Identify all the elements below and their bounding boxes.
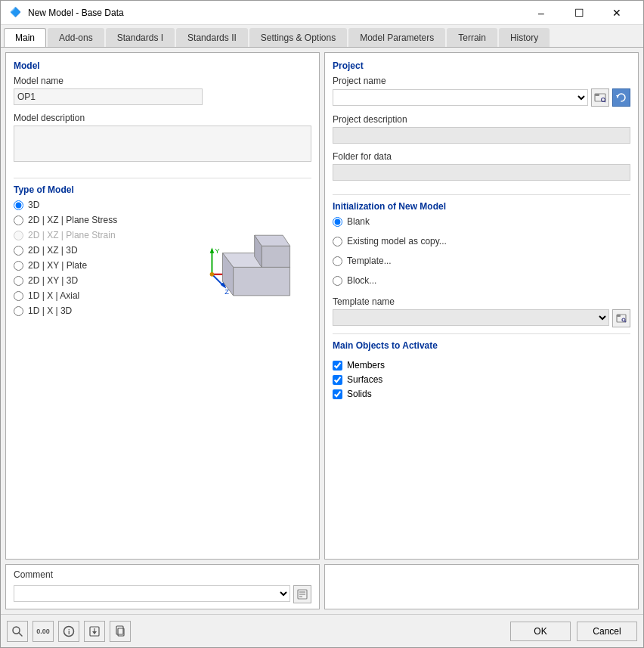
divider-objects bbox=[333, 333, 630, 334]
template-name-label: Template name bbox=[333, 296, 630, 307]
svg-marker-20 bbox=[616, 95, 619, 98]
project-desc-group: Project description bbox=[333, 114, 630, 144]
project-desc-label: Project description bbox=[333, 114, 630, 125]
title-bar-left: 🔷 New Model - Base Data bbox=[10, 7, 124, 19]
folder-group: Folder for data bbox=[333, 151, 630, 181]
footer-info-btn[interactable]: i bbox=[58, 621, 79, 642]
model-section-label: Model bbox=[14, 60, 311, 71]
model-name-input[interactable] bbox=[14, 88, 203, 105]
tab-bar: Main Add-ons Standards I Standards II Se… bbox=[1, 25, 643, 48]
project-section-label: Project bbox=[333, 60, 630, 71]
label-2d-xz-stress: 2D | XZ | Plane Stress bbox=[28, 215, 117, 225]
maximize-button[interactable]: ☐ bbox=[562, 4, 596, 22]
svg-text:i: i bbox=[68, 628, 70, 636]
footer-export-btn[interactable] bbox=[84, 621, 105, 642]
type-2d-xz-stress: 2D | XZ | Plane Stress bbox=[14, 215, 183, 225]
obj-solids: Solids bbox=[333, 389, 630, 399]
label-2d-xz-strain: 2D | XZ | Plane Strain bbox=[28, 230, 116, 240]
cancel-button[interactable]: Cancel bbox=[577, 622, 637, 641]
svg-line-19 bbox=[605, 101, 605, 102]
project-refresh-btn[interactable] bbox=[612, 88, 630, 107]
svg-rect-17 bbox=[595, 94, 599, 96]
model-desc-input[interactable] bbox=[14, 126, 311, 162]
chk-surfaces[interactable] bbox=[333, 375, 342, 385]
radio-blank[interactable] bbox=[333, 217, 342, 227]
type-2d-xz-strain: 2D | XZ | Plane Strain bbox=[14, 230, 183, 240]
model-name-label: Model name bbox=[14, 76, 311, 86]
window-title: New Model - Base Data bbox=[28, 8, 124, 18]
obj-surfaces: Surfaces bbox=[333, 374, 630, 385]
project-name-select[interactable] bbox=[333, 89, 588, 106]
radio-1d-x-axial[interactable] bbox=[14, 291, 23, 301]
radio-2d-xy-3d[interactable] bbox=[14, 276, 23, 286]
main-panels: Model Model name Model description Type … bbox=[5, 52, 639, 560]
label-blank: Blank bbox=[347, 216, 370, 227]
comment-select[interactable] bbox=[14, 585, 290, 602]
template-select[interactable] bbox=[333, 309, 609, 326]
radio-2d-xy-plate[interactable] bbox=[14, 261, 23, 271]
main-window: 🔷 New Model - Base Data – ☐ ✕ Main Add-o… bbox=[0, 0, 644, 648]
tab-history[interactable]: History bbox=[499, 28, 550, 47]
folder-label: Folder for data bbox=[333, 151, 630, 162]
svg-rect-22 bbox=[617, 315, 621, 317]
tab-terrain[interactable]: Terrain bbox=[447, 28, 497, 47]
radio-1d-x-3d[interactable] bbox=[14, 306, 23, 316]
init-existing: Existing model as copy... bbox=[333, 236, 630, 246]
radio-existing[interactable] bbox=[333, 237, 342, 246]
minimize-button[interactable]: – bbox=[524, 4, 559, 22]
template-combo-area bbox=[333, 309, 630, 327]
template-browse-btn[interactable] bbox=[612, 309, 630, 327]
tab-standards1[interactable]: Standards I bbox=[106, 28, 175, 47]
title-controls: – ☐ ✕ bbox=[524, 4, 634, 22]
label-1d-x-axial: 1D | X | Axial bbox=[28, 290, 79, 301]
model-svg: Y X Z bbox=[194, 203, 308, 317]
type-model-area: 3D 2D | XZ | Plane Stress 2D | XZ | Plan… bbox=[14, 200, 311, 321]
footer-value-btn[interactable]: 0.00 bbox=[33, 621, 54, 642]
svg-marker-1 bbox=[210, 247, 215, 253]
radio-3d[interactable] bbox=[14, 200, 23, 210]
chk-solids[interactable] bbox=[333, 389, 342, 399]
label-2d-xy-3d: 2D | XY | 3D bbox=[28, 275, 78, 286]
template-name-section: Template name bbox=[333, 296, 630, 327]
comment-edit-btn[interactable] bbox=[293, 585, 311, 603]
label-block: Block... bbox=[347, 275, 376, 286]
project-name-group: Project name bbox=[333, 76, 630, 107]
init-block: Block... bbox=[333, 275, 630, 286]
label-surfaces: Surfaces bbox=[347, 374, 382, 385]
footer-actions: OK Cancel bbox=[510, 622, 637, 641]
comment-label: Comment bbox=[14, 569, 311, 580]
folder-input[interactable] bbox=[333, 164, 630, 181]
label-2d-xz-3d: 2D | XZ | 3D bbox=[28, 245, 78, 256]
radio-template[interactable] bbox=[333, 256, 342, 266]
project-name-label: Project name bbox=[333, 76, 630, 86]
tab-settings[interactable]: Settings & Options bbox=[249, 28, 347, 47]
radio-2d-xz-strain[interactable] bbox=[14, 231, 23, 240]
footer-search-btn[interactable] bbox=[7, 621, 28, 642]
close-button[interactable]: ✕ bbox=[599, 4, 634, 22]
objects-section-label: Main Objects to Activate bbox=[333, 340, 630, 351]
tab-addons[interactable]: Add-ons bbox=[48, 28, 104, 47]
chk-members[interactable] bbox=[333, 361, 342, 371]
right-panel: Project Project name bbox=[324, 52, 639, 560]
project-browse-btn[interactable] bbox=[591, 88, 609, 107]
content-area: Model Model name Model description Type … bbox=[1, 48, 643, 614]
project-desc-input[interactable] bbox=[333, 127, 630, 144]
svg-rect-36 bbox=[116, 626, 123, 634]
label-members: Members bbox=[347, 360, 385, 371]
type-2d-xy-plate: 2D | XY | Plate bbox=[14, 260, 183, 271]
bottom-right-empty bbox=[324, 564, 639, 609]
tab-standards2[interactable]: Standards II bbox=[176, 28, 248, 47]
footer-copy-btn[interactable] bbox=[110, 621, 131, 642]
type-1d-x-3d: 1D | X | 3D bbox=[14, 305, 183, 316]
radio-2d-xz-3d[interactable] bbox=[14, 246, 23, 256]
radio-2d-xz-stress[interactable] bbox=[14, 215, 23, 225]
tab-model-params[interactable]: Model Parameters bbox=[348, 28, 445, 47]
ok-button[interactable]: OK bbox=[510, 622, 571, 641]
project-name-input-group bbox=[333, 88, 630, 107]
tab-main[interactable]: Main bbox=[4, 28, 46, 47]
svg-marker-10 bbox=[234, 267, 290, 296]
init-radio-group: Blank Existing model as copy... Template… bbox=[333, 216, 630, 290]
radio-block[interactable] bbox=[333, 276, 342, 286]
init-section-label: Initialization of New Model bbox=[333, 201, 630, 212]
svg-point-9 bbox=[210, 272, 215, 277]
